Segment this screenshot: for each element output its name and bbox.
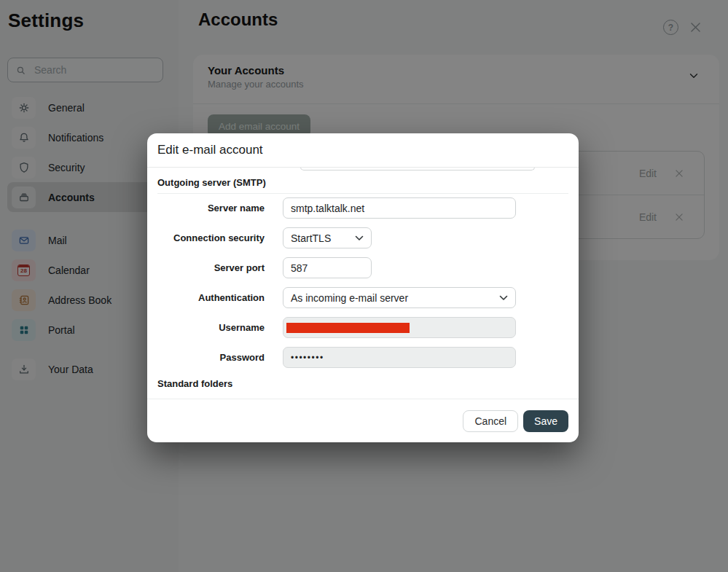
field-label: Server name — [157, 203, 283, 213]
field-label: Authentication — [157, 292, 283, 303]
outgoing-server-section-title: Outgoing server (SMTP) — [157, 177, 568, 194]
authentication-row: Authentication As incoming e-mail server — [157, 287, 568, 308]
server-port-row: Server port — [157, 257, 568, 278]
field-label: Server port — [157, 262, 283, 273]
selected-option: StartTLS — [291, 232, 331, 244]
username-row: Username — [157, 317, 568, 338]
dialog-header: Edit e-mail account — [147, 133, 579, 168]
form-rows: Server name Connection security StartTLS… — [157, 197, 568, 368]
dialog-footer: Cancel Save — [147, 399, 579, 442]
connection-security-row: Connection security StartTLS — [157, 227, 568, 248]
save-button[interactable]: Save — [523, 410, 568, 432]
username-field — [283, 317, 516, 338]
edit-email-account-dialog: Edit e-mail account Outgoing server (SMT… — [147, 133, 579, 442]
chevron-down-icon — [499, 295, 508, 301]
cancel-button[interactable]: Cancel — [463, 410, 518, 432]
password-row: Password — [157, 347, 568, 368]
field-label: Username — [157, 322, 283, 333]
redaction-bar — [286, 323, 410, 333]
field-label: Password — [157, 352, 283, 363]
field-label: Connection security — [157, 232, 283, 243]
dialog-title: Edit e-mail account — [157, 143, 263, 157]
chevron-down-icon — [355, 235, 364, 241]
server-name-row: Server name — [157, 197, 568, 219]
settings-app: Settings General Notifications Security — [0, 0, 728, 572]
scrolled-input-fragment — [300, 168, 535, 171]
server-name-input[interactable] — [283, 197, 516, 219]
server-port-input[interactable] — [283, 257, 372, 278]
authentication-select[interactable]: As incoming e-mail server — [283, 287, 516, 308]
standard-folders-section-title: Standard folders — [157, 378, 568, 389]
password-field — [283, 347, 516, 368]
dialog-body: Outgoing server (SMTP) Server name Conne… — [147, 168, 579, 399]
selected-option: As incoming e-mail server — [291, 292, 408, 304]
connection-security-select[interactable]: StartTLS — [283, 227, 372, 248]
